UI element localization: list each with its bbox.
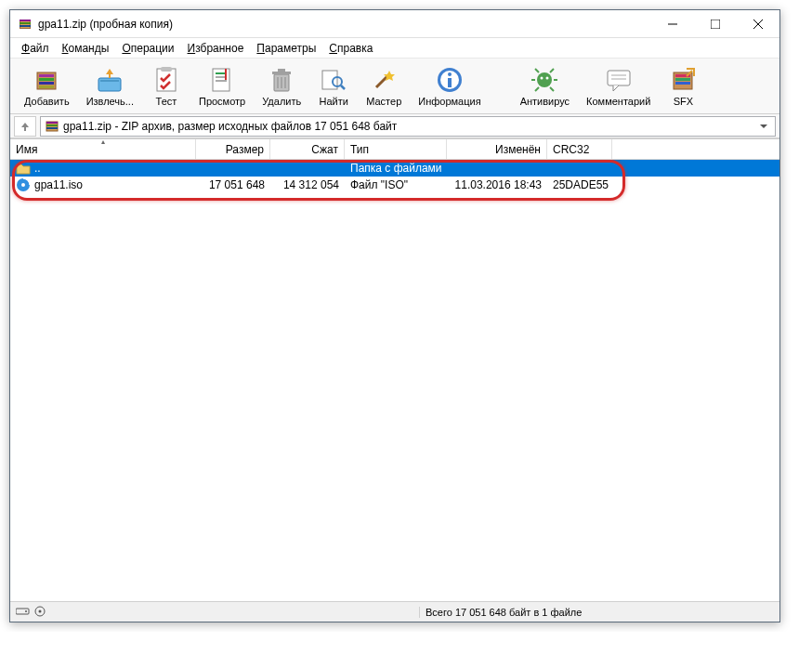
info-icon bbox=[435, 65, 465, 95]
menubar: Файл Команды Операции Избранное Параметр… bbox=[10, 38, 779, 59]
svg-rect-24 bbox=[272, 72, 291, 74]
pathbar: gpa11.zip - ZIP архив, размер исходных ф… bbox=[10, 114, 779, 138]
window-controls bbox=[651, 10, 779, 37]
svg-rect-22 bbox=[225, 69, 227, 80]
svg-line-44 bbox=[535, 87, 539, 91]
extract-icon bbox=[95, 65, 124, 95]
close-button[interactable] bbox=[737, 10, 779, 37]
svg-rect-17 bbox=[161, 67, 172, 72]
find-icon bbox=[319, 65, 348, 95]
minimize-button[interactable] bbox=[651, 10, 694, 37]
wizard-button[interactable]: Мастер bbox=[360, 62, 408, 110]
svg-rect-52 bbox=[675, 82, 690, 85]
toolbar: Добавить Извлечь... Тест Просмотр Удалит… bbox=[10, 59, 779, 114]
extract-button[interactable]: Извлечь... bbox=[80, 62, 140, 110]
column-crc[interactable]: CRC32 bbox=[547, 139, 612, 159]
svg-rect-4 bbox=[20, 25, 31, 27]
view-icon bbox=[207, 65, 237, 95]
menu-options[interactable]: Параметры bbox=[251, 40, 321, 57]
find-button[interactable]: Найти bbox=[311, 62, 356, 110]
column-size[interactable]: Размер bbox=[196, 139, 270, 159]
menu-favorites[interactable]: Избранное bbox=[182, 40, 250, 57]
info-button[interactable]: Информация bbox=[412, 62, 487, 110]
svg-line-45 bbox=[550, 87, 554, 91]
svg-rect-11 bbox=[39, 78, 54, 81]
antivirus-icon bbox=[530, 65, 559, 95]
column-type[interactable]: Тип bbox=[345, 139, 447, 159]
svg-point-62 bbox=[39, 609, 42, 612]
svg-rect-54 bbox=[46, 122, 58, 124]
path-field[interactable]: gpa11.zip - ZIP архив, размер исходных ф… bbox=[40, 116, 776, 137]
maximize-button[interactable] bbox=[694, 10, 737, 37]
svg-point-38 bbox=[541, 77, 544, 80]
menu-file[interactable]: Файл bbox=[16, 40, 55, 57]
table-row[interactable]: gpa11.iso 17 051 648 14 312 054 Файл "IS… bbox=[10, 177, 779, 193]
svg-point-39 bbox=[546, 77, 549, 80]
column-modified[interactable]: Изменён bbox=[447, 139, 547, 159]
sfx-button[interactable]: SFX bbox=[661, 62, 705, 110]
iso-file-icon bbox=[16, 177, 31, 192]
status-disc-icon bbox=[34, 606, 46, 619]
list-body[interactable]: .. Папка с файлами gpa11.iso 17 051 648 … bbox=[10, 160, 779, 601]
file-list: ▴Имя Размер Сжат Тип Изменён CRC32 .. Па… bbox=[10, 138, 779, 601]
svg-rect-51 bbox=[675, 78, 690, 81]
delete-button[interactable]: Удалить bbox=[255, 62, 308, 110]
svg-rect-3 bbox=[20, 22, 31, 24]
svg-rect-46 bbox=[608, 71, 630, 85]
svg-rect-55 bbox=[46, 124, 58, 126]
menu-help[interactable]: Справка bbox=[323, 40, 378, 57]
svg-point-60 bbox=[25, 610, 27, 612]
menu-commands[interactable]: Команды bbox=[57, 40, 115, 57]
svg-line-43 bbox=[550, 69, 554, 72]
comment-icon bbox=[604, 65, 634, 95]
svg-point-37 bbox=[537, 72, 552, 87]
column-headers: ▴Имя Размер Сжат Тип Изменён CRC32 bbox=[10, 139, 779, 160]
table-row[interactable]: .. Папка с файлами bbox=[10, 160, 779, 177]
window-title: gpa11.zip (пробная копия) bbox=[38, 18, 651, 31]
view-button[interactable]: Просмотр bbox=[192, 62, 252, 110]
status-summary: Всего 17 051 648 байт в 1 файле bbox=[419, 607, 779, 618]
up-button[interactable] bbox=[14, 116, 36, 137]
app-window: gpa11.zip (пробная копия) Файл Команды О… bbox=[9, 9, 780, 622]
sort-indicator-icon: ▴ bbox=[101, 138, 105, 146]
svg-rect-13 bbox=[39, 85, 54, 88]
path-dropdown-icon[interactable] bbox=[756, 123, 771, 130]
comment-button[interactable]: Комментарий bbox=[580, 62, 657, 110]
test-icon bbox=[151, 65, 181, 95]
column-packed[interactable]: Сжат bbox=[270, 139, 345, 159]
test-button[interactable]: Тест bbox=[144, 62, 189, 110]
status-left bbox=[10, 606, 419, 619]
sfx-icon bbox=[668, 65, 698, 95]
svg-rect-15 bbox=[100, 80, 119, 82]
svg-rect-10 bbox=[39, 74, 54, 77]
svg-rect-6 bbox=[711, 20, 720, 29]
menu-operations[interactable]: Операции bbox=[116, 40, 179, 57]
titlebar: gpa11.zip (пробная копия) bbox=[10, 10, 779, 38]
svg-rect-16 bbox=[157, 69, 176, 91]
delete-icon bbox=[267, 65, 296, 95]
svg-rect-21 bbox=[216, 80, 227, 82]
svg-rect-12 bbox=[39, 82, 54, 85]
add-button[interactable]: Добавить bbox=[18, 62, 76, 110]
svg-rect-36 bbox=[448, 78, 452, 87]
folder-up-icon bbox=[16, 161, 31, 176]
wizard-icon bbox=[369, 65, 399, 95]
antivirus-button[interactable]: Антивирус bbox=[514, 62, 576, 110]
app-icon bbox=[18, 17, 33, 32]
status-hdd-icon bbox=[16, 607, 31, 618]
column-name[interactable]: ▴Имя bbox=[10, 139, 196, 159]
svg-line-31 bbox=[341, 85, 345, 89]
archive-icon bbox=[45, 119, 59, 134]
svg-rect-25 bbox=[278, 69, 285, 72]
svg-point-58 bbox=[21, 183, 25, 187]
statusbar: Всего 17 051 648 байт в 1 файле bbox=[10, 601, 779, 622]
svg-point-35 bbox=[448, 72, 452, 76]
svg-line-42 bbox=[535, 69, 539, 72]
add-icon bbox=[32, 65, 61, 95]
svg-rect-2 bbox=[20, 20, 31, 21]
svg-rect-56 bbox=[46, 127, 58, 129]
